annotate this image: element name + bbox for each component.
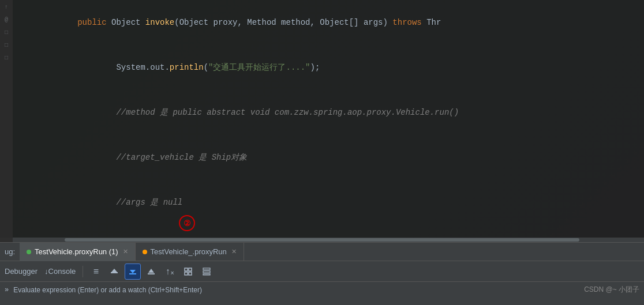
- toolbar-divider-1: [83, 266, 83, 277]
- kw-public: public: [77, 18, 111, 27]
- line-content-3: //method 是 public abstract void com.zzw.…: [32, 90, 644, 135]
- grid2-icon: [203, 268, 211, 276]
- download-icon: [129, 268, 137, 276]
- paren-1: (: [204, 63, 208, 72]
- sidebar-icon-3[interactable]: □: [2, 28, 11, 37]
- svg-rect-6: [185, 268, 188, 271]
- svg-rect-8: [185, 272, 188, 275]
- up-icon: [147, 268, 155, 276]
- brand-text: CSDN @~ 小团子: [584, 285, 639, 295]
- tab-1-close[interactable]: ✕: [123, 248, 128, 255]
- editor-scrollbar[interactable]: [0, 238, 644, 242]
- code-line-5: //args 是 null: [0, 180, 644, 225]
- type-object: Object: [111, 18, 145, 27]
- menu-btn[interactable]: ≡: [88, 263, 104, 280]
- sys-1: System.out.: [77, 63, 170, 72]
- sidebar-icon-2[interactable]: @: [2, 15, 11, 24]
- step-up-icon: [110, 268, 118, 276]
- comment-1: //method 是 public abstract void com.zzw.…: [77, 108, 459, 117]
- svg-marker-1: [111, 269, 117, 272]
- sidebar-icon-1[interactable]: ↑: [2, 2, 11, 12]
- editor-scrollbar-thumb: [65, 238, 580, 242]
- tab-bar: ug: TestVehicle.proxyRun (1) ✕ TestVehic…: [0, 242, 644, 261]
- tab-prefix: ug:: [0, 247, 20, 256]
- svg-rect-3: [129, 273, 136, 274]
- svg-marker-2: [130, 270, 136, 273]
- paren-2: );: [310, 63, 320, 72]
- step-up-btn[interactable]: [106, 263, 122, 280]
- console-label[interactable]: ↓Console: [42, 267, 78, 276]
- sidebar-icon-4[interactable]: □: [2, 40, 11, 50]
- type-thr: Thr: [426, 18, 441, 27]
- line-content-1: public Object invoke(Object proxy, Metho…: [32, 0, 644, 45]
- comment-3: //args 是 null: [77, 198, 182, 207]
- kw-throws: throws: [392, 18, 426, 27]
- svg-rect-0: [111, 272, 118, 273]
- grid2-btn[interactable]: [199, 263, 215, 280]
- svg-rect-9: [189, 272, 192, 275]
- svg-rect-11: [203, 271, 210, 273]
- line-content-5: //args 是 null: [32, 180, 644, 225]
- grid-btn[interactable]: [180, 263, 196, 280]
- svg-rect-12: [203, 274, 210, 275]
- code-container: public Object invoke(Object proxy, Metho…: [0, 0, 644, 242]
- code-line-2: System.out.println("交通工具开始运行了....");: [0, 45, 644, 90]
- step-x-btn[interactable]: ↑ₓ: [162, 263, 178, 280]
- bottom-area: ug: TestVehicle.proxyRun (1) ✕ TestVehic…: [0, 242, 644, 305]
- up-btn[interactable]: [143, 263, 159, 280]
- code-line-4: //target_vehicle 是 Ship对象: [0, 135, 644, 180]
- editor-area: public Object invoke(Object proxy, Metho…: [0, 0, 644, 242]
- download-btn[interactable]: [125, 263, 141, 280]
- comment-2: //target_vehicle 是 Ship对象: [77, 153, 247, 162]
- code-line-3: //method 是 public abstract void com.zzw.…: [0, 90, 644, 135]
- println-1: println: [170, 63, 204, 72]
- tab-2-close[interactable]: ✕: [231, 248, 237, 255]
- tab-2-label: TestVehicle_.proxyRun: [151, 247, 227, 256]
- method-invoke: invoke: [145, 18, 174, 27]
- sidebar-icon-5[interactable]: □: [2, 53, 11, 62]
- line-content-2: System.out.println("交通工具开始运行了....");: [32, 45, 644, 90]
- status-bar: » Evaluate expression (Enter) or add a w…: [0, 281, 644, 298]
- tab-2-dot: [143, 250, 147, 254]
- grid-icon: [184, 268, 192, 276]
- svg-rect-10: [203, 268, 210, 270]
- tab-1-label: TestVehicle.proxyRun (1): [35, 247, 118, 256]
- str-1: "交通工具开始运行了....": [208, 63, 310, 72]
- tab-2[interactable]: TestVehicle_.proxyRun ✕: [136, 243, 244, 261]
- debugger-label[interactable]: Debugger: [2, 267, 40, 276]
- params-1: (Object proxy, Method method, Object[] a…: [174, 18, 392, 27]
- evaluate-text[interactable]: Evaluate expression (Enter) or add a wat…: [13, 286, 579, 294]
- tab-1-dot: [27, 250, 31, 254]
- circle-annotation-2: ②: [179, 215, 195, 231]
- tab-1[interactable]: TestVehicle.proxyRun (1) ✕: [20, 243, 136, 261]
- svg-marker-4: [148, 269, 154, 273]
- status-arrow-left[interactable]: »: [5, 286, 9, 294]
- left-sidebar: ↑ @ □ □ □: [0, 0, 13, 242]
- code-line-1: public Object invoke(Object proxy, Metho…: [0, 0, 644, 45]
- line-content-4: //target_vehicle 是 Ship对象: [32, 135, 644, 180]
- svg-rect-7: [189, 268, 192, 271]
- svg-rect-5: [148, 273, 155, 274]
- toolbar-row: Debugger ↓Console ≡ ↑ₓ: [0, 261, 644, 281]
